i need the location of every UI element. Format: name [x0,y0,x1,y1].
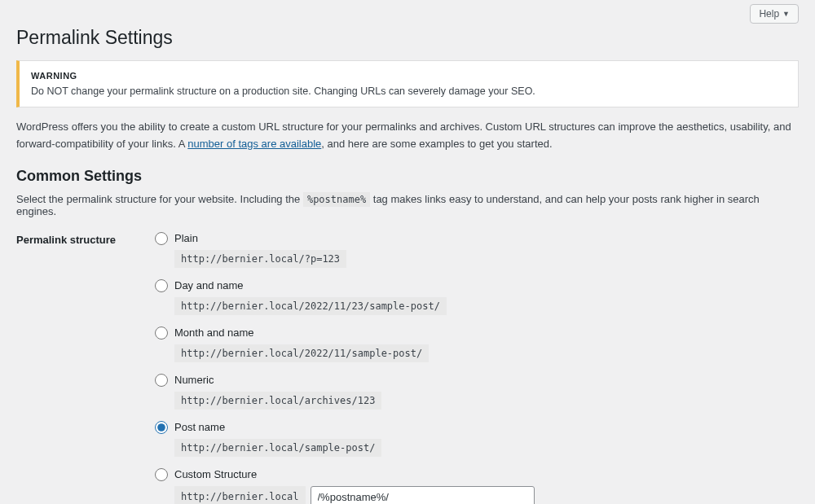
example-monthname: http://bernier.local/2022/11/sample-post… [174,344,429,362]
option-numeric: Numeric http://bernier.local/archives/12… [155,374,799,410]
label-custom[interactable]: Custom Structure [174,468,257,480]
option-monthname: Month and name http://bernier.local/2022… [155,327,799,362]
help-button[interactable]: Help ▼ [750,4,799,24]
permalink-structure-label: Permalink structure [16,232,155,246]
radio-plain[interactable] [155,232,168,245]
tags-available-link[interactable]: number of tags are available [187,138,321,150]
custom-structure-input[interactable] [311,486,535,504]
example-plain: http://bernier.local/?p=123 [174,250,346,268]
radio-postname[interactable] [155,421,168,434]
option-postname: Post name http://bernier.local/sample-po… [155,421,799,457]
intro-text: WordPress offers you the ability to crea… [16,119,799,153]
label-plain[interactable]: Plain [174,232,198,244]
custom-base: http://bernier.local [174,486,306,504]
chevron-down-icon: ▼ [782,10,790,18]
label-postname[interactable]: Post name [174,421,225,433]
warning-notice: WARNING Do NOT change your permalink str… [16,60,799,107]
warning-title: WARNING [31,71,786,81]
option-plain: Plain http://bernier.local/?p=123 [155,232,799,268]
example-numeric: http://bernier.local/archives/123 [174,392,381,410]
option-dayname: Day and name http://bernier.local/2022/1… [155,279,799,315]
permalink-options: Plain http://bernier.local/?p=123 Day an… [155,232,799,504]
postname-code: %postname% [303,192,370,207]
common-settings-heading: Common Settings [16,168,799,185]
label-numeric[interactable]: Numeric [174,374,214,386]
example-dayname: http://bernier.local/2022/11/23/sample-p… [174,297,447,315]
page-title: Permalink Settings [16,27,799,49]
label-dayname[interactable]: Day and name [174,279,244,291]
radio-custom[interactable] [155,468,168,481]
radio-monthname[interactable] [155,327,168,340]
common-settings-subtext: Select the permalink structure for your … [16,193,799,217]
warning-body: Do NOT change your permalink structure o… [31,85,786,97]
radio-numeric[interactable] [155,374,168,387]
example-postname: http://bernier.local/sample-post/ [174,439,381,457]
radio-dayname[interactable] [155,279,168,292]
option-custom: Custom Structure http://bernier.local Av… [155,468,799,504]
label-monthname[interactable]: Month and name [174,327,254,339]
help-label: Help [759,8,779,20]
